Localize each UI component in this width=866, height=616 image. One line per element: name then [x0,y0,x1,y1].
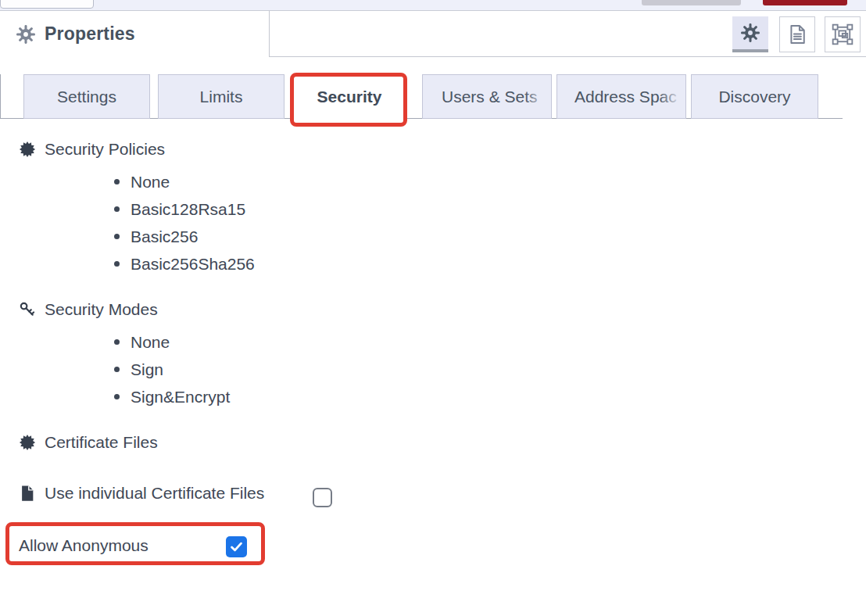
section-title: Security Modes [45,300,158,319]
clipped-top-button[interactable] [0,0,94,9]
tabbar-left-border [0,74,1,119]
checkmark-icon [229,539,244,554]
document-view-button[interactable] [779,16,815,52]
use-individual-certificate-files-row: Use individual Certificate Files [19,482,264,505]
certificate-files-heading: Certificate Files [19,432,158,453]
tab-label-fade [659,75,685,118]
allow-anonymous-checkbox[interactable] [226,536,247,557]
section-title: Certificate Files [45,433,158,452]
file-icon [19,485,36,502]
security-modes-heading: Security Modes [19,299,158,321]
properties-header: Properties [0,11,866,57]
header-divider [270,56,866,57]
field-label: Use individual Certificate Files [45,484,264,503]
document-icon [786,23,808,45]
use-individual-certificate-files-checkbox[interactable] [313,488,332,507]
tab-label-fade [524,75,551,118]
bullet [114,367,120,372]
clipped-gray-button [642,0,741,5]
transform-frame-icon [831,23,854,46]
properties-panel-tab[interactable]: Properties [0,11,270,57]
list-item: Basic256Sha256 [114,250,255,278]
list-item: Sign&Encrypt [114,383,230,410]
tab-label: Users & Sets [442,88,538,106]
properties-view-button[interactable] [732,16,768,52]
bullet [114,261,120,267]
list-item: None [114,168,255,195]
tab-label: Settings [57,88,116,106]
bullet [114,179,120,184]
list-item: Basic256 [114,223,255,250]
tab-label: Limits [200,88,243,106]
tab-limits[interactable]: Limits [158,74,284,119]
gear-icon [16,24,36,45]
certificate-seal-icon [19,141,36,158]
bullet [114,234,120,239]
security-modes-list: None Sign Sign&Encrypt [114,328,230,410]
gear-icon [740,23,760,43]
security-policies-list: None Basic128Rsa15 Basic256 Basic256Sha2… [114,168,255,278]
page-title: Properties [45,23,135,45]
tab-security[interactable]: Security [294,74,405,119]
bullet [114,394,120,399]
bullet [114,339,120,345]
security-policies-heading: Security Policies [19,138,165,160]
key-icon [19,301,36,318]
layout-view-button[interactable] [825,16,861,52]
tab-label: Discovery [718,88,790,106]
tab-discovery[interactable]: Discovery [691,74,818,119]
bullet [114,206,120,212]
tab-users-settings[interactable]: Users & Sets [422,74,552,119]
list-item: Basic128Rsa15 [114,195,255,223]
tab-settings[interactable]: Settings [23,74,150,119]
clipped-red-button [763,0,847,5]
list-item: Sign [114,356,230,383]
tab-address-space[interactable]: Address Spac [556,74,686,119]
list-item: None [114,328,230,356]
allow-anonymous-label: Allow Anonymous [19,533,149,558]
tab-label: Security [317,88,382,106]
top-strip [0,0,866,11]
certificate-seal-icon [19,434,36,451]
section-title: Security Policies [45,140,165,159]
